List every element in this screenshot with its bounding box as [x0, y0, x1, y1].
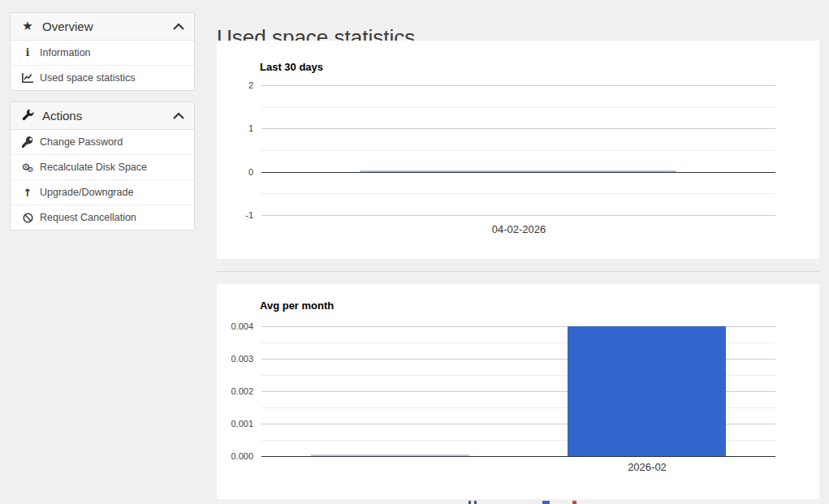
- sidebar: ★OverviewiInformationUsed space statisti…: [10, 12, 195, 241]
- sidebar-item-label: Request Cancellation: [40, 212, 136, 223]
- chart-zero-line: [261, 172, 775, 173]
- y-axis-tick-label: -1: [217, 210, 253, 220]
- chevron-up-icon[interactable]: [173, 23, 184, 30]
- cutoff-text-mark: [542, 501, 550, 504]
- y-axis-tick-label: 2: [217, 80, 253, 90]
- chart-title: Avg per month: [260, 299, 334, 312]
- sidebar-item-change-password[interactable]: Change Password: [11, 130, 194, 154]
- cutoff-text-mark: [474, 501, 477, 504]
- sidebar-item-recalculate-disk-space[interactable]: ⚙⚙Recalculate Disk Space: [11, 154, 194, 179]
- sidebar-item-used-space-statistics[interactable]: Used space statistics: [11, 65, 194, 90]
- cutoff-text-mark: [572, 501, 576, 504]
- chart-grid-line: [261, 150, 775, 151]
- gears-icon: ⚙⚙: [20, 162, 35, 174]
- chart-line-icon: [20, 73, 35, 83]
- chart-grid-line: [261, 107, 775, 108]
- sidebar-item-label: Used space statistics: [40, 72, 135, 84]
- sidebar-item-label: Change Password: [40, 136, 123, 148]
- chevron-up-icon[interactable]: [173, 112, 184, 119]
- chart-grid-line: [261, 193, 775, 194]
- chart-grid-line: [261, 85, 775, 86]
- y-axis-tick-label: 1: [217, 123, 253, 133]
- info-icon: i: [20, 48, 35, 58]
- bar-2026-02: [568, 326, 726, 456]
- line-series: [360, 170, 676, 172]
- sidebar-section-overview: ★OverviewiInformationUsed space statisti…: [10, 12, 195, 91]
- wrench-icon: [20, 110, 35, 122]
- sidebar-item-label: Recalculate Disk Space: [40, 162, 147, 173]
- sidebar-section-actions: ActionsChange Password⚙⚙Recalculate Disk…: [10, 101, 195, 230]
- sidebar-section-label: Overview: [42, 19, 93, 33]
- sidebar-item-upgrade-downgrade[interactable]: ↑Upgrade/Downgrade: [11, 179, 194, 205]
- sidebar-item-request-cancellation[interactable]: Request Cancellation: [11, 205, 194, 230]
- chart-grid-line: [261, 215, 775, 216]
- y-axis-tick-label: 0: [217, 167, 253, 177]
- near-zero-bar: [311, 454, 469, 456]
- y-axis-tick-label: 0.001: [217, 419, 253, 429]
- y-axis-tick-label: 0.000: [217, 451, 253, 461]
- chart-zero-line: [261, 456, 775, 457]
- section-divider: [217, 271, 819, 272]
- sidebar-section-header-overview[interactable]: ★Overview: [11, 13, 194, 41]
- sidebar-section-label: Actions: [42, 109, 82, 123]
- x-axis-tick-label: 2026-02: [607, 461, 688, 473]
- key-icon: [20, 136, 35, 148]
- star-icon: ★: [20, 20, 35, 32]
- cutoff-text-mark: [468, 501, 471, 504]
- ban-icon: [20, 213, 35, 223]
- chart-card-last-30-days: Last 30 days210-104-02-2026: [217, 41, 819, 259]
- sidebar-item-information[interactable]: iInformation: [11, 41, 194, 65]
- chart-title: Last 30 days: [260, 61, 323, 73]
- y-axis-tick-label: 0.002: [217, 386, 253, 396]
- chart-card-avg-per-month: Avg per month0.0040.0030.0020.0010.00020…: [217, 284, 819, 499]
- arrow-up-icon: ↑: [20, 187, 35, 198]
- sidebar-item-label: Information: [40, 47, 91, 58]
- x-axis-tick-label: 04-02-2026: [466, 223, 572, 235]
- chart-grid-line: [261, 128, 775, 129]
- y-axis-tick-label: 0.004: [217, 321, 253, 331]
- sidebar-section-header-actions[interactable]: Actions: [11, 102, 194, 130]
- y-axis-tick-label: 0.003: [217, 354, 253, 364]
- sidebar-item-label: Upgrade/Downgrade: [40, 187, 133, 198]
